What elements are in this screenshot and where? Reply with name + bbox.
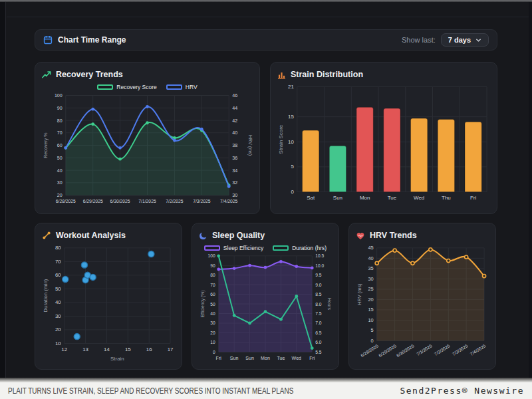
legend-item[interactable]: HRV (166, 84, 198, 90)
legend-swatch (273, 245, 289, 251)
legend-label: Recovery Score (116, 84, 156, 90)
bar-chart-icon (277, 70, 286, 79)
svg-text:30: 30 (55, 313, 61, 319)
caption-text: PLAIT TURNS LIVE STRAIN, SLEEP AND RECOV… (8, 386, 293, 396)
sleep-legend: Sleep EfficiencyDuration (hrs) (199, 243, 332, 253)
svg-text:40: 40 (368, 255, 373, 261)
svg-text:20: 20 (55, 327, 61, 332)
svg-text:Sun: Sun (230, 356, 239, 361)
recovery-legend: Recovery ScoreHRV (42, 82, 253, 92)
svg-text:Efficiency (%): Efficiency (%) (200, 291, 205, 318)
svg-text:7.5: 7.5 (315, 311, 322, 316)
svg-text:50: 50 (210, 302, 215, 307)
svg-text:7/2/2025: 7/2/2025 (434, 343, 451, 356)
svg-text:100: 100 (55, 93, 63, 98)
svg-text:20: 20 (57, 193, 63, 198)
svg-text:20: 20 (210, 331, 215, 335)
svg-text:13: 13 (82, 346, 88, 352)
svg-text:5: 5 (291, 164, 294, 170)
svg-text:8.5: 8.5 (315, 292, 322, 297)
workout-analysis-panel: Workout Analysis 10203040506070801213141… (35, 223, 182, 370)
recovery-trends-panel: Recovery Trends Recovery ScoreHRV 203040… (35, 62, 260, 214)
svg-text:6/30/2025: 6/30/2025 (110, 199, 130, 203)
svg-text:Mon: Mon (261, 356, 270, 361)
svg-text:9.0: 9.0 (315, 283, 322, 287)
legend-item[interactable]: Recovery Score (97, 84, 156, 90)
svg-text:0: 0 (213, 350, 215, 354)
svg-text:30: 30 (57, 180, 63, 186)
svg-text:Sun: Sun (333, 195, 342, 201)
svg-text:90: 90 (210, 263, 215, 268)
legend-swatch (97, 84, 113, 90)
svg-text:90: 90 (57, 106, 63, 111)
svg-text:10.0: 10.0 (315, 263, 324, 268)
svg-text:12: 12 (61, 346, 67, 352)
svg-text:80: 80 (55, 245, 61, 251)
legend-item[interactable]: Sleep Efficiency (204, 245, 263, 251)
svg-text:38: 38 (232, 143, 237, 148)
time-range-toolbar: Chart Time Range Show last: 7 days (35, 29, 497, 51)
svg-text:Tue: Tue (277, 356, 285, 361)
svg-text:6/28/2025: 6/28/2025 (56, 199, 76, 203)
svg-text:Fri: Fri (309, 356, 315, 361)
dashboard-window: Chart Time Range Show last: 7 days Recov… (0, 0, 532, 399)
svg-text:7/2/2025: 7/2/2025 (166, 199, 184, 203)
svg-text:Wed: Wed (292, 356, 302, 361)
svg-text:20: 20 (368, 297, 373, 303)
panel-title-hrv: HRV Trends (370, 231, 417, 240)
strain-distribution-panel: Strain Distribution 05101521SatSunMonTue… (270, 62, 497, 214)
svg-text:6/28/2025: 6/28/2025 (360, 343, 379, 358)
svg-text:Sun: Sun (245, 356, 254, 361)
time-range-select[interactable]: 7 days (441, 33, 489, 47)
svg-text:Fri: Fri (216, 356, 222, 361)
legend-label: Sleep Efficiency (223, 245, 263, 251)
svg-text:100: 100 (208, 253, 215, 258)
dumbbell-icon (42, 231, 51, 240)
svg-text:15: 15 (368, 307, 373, 313)
svg-text:60: 60 (55, 272, 61, 278)
svg-text:7/3/2025: 7/3/2025 (452, 343, 469, 356)
svg-text:80: 80 (57, 118, 63, 124)
svg-text:6/29/2025: 6/29/2025 (378, 343, 397, 358)
credit-text: Send2Press® Newswire (400, 386, 524, 396)
svg-text:16: 16 (146, 346, 152, 352)
svg-text:36: 36 (232, 156, 237, 161)
svg-text:Sat: Sat (307, 195, 315, 201)
legend-item[interactable]: Duration (hrs) (273, 245, 327, 251)
svg-text:60: 60 (210, 292, 215, 297)
time-range-value: 7 days (448, 36, 471, 44)
moon-icon (199, 231, 207, 240)
svg-text:30: 30 (368, 276, 373, 282)
svg-text:Duration (min): Duration (min) (43, 279, 49, 312)
svg-text:Recovery %: Recovery % (43, 132, 49, 158)
svg-text:10: 10 (210, 340, 215, 344)
svg-text:7/4/2025: 7/4/2025 (220, 199, 238, 203)
svg-text:17: 17 (168, 346, 174, 352)
svg-text:44: 44 (232, 106, 237, 111)
svg-text:Hours: Hours (327, 298, 332, 311)
svg-text:Wed: Wed (414, 195, 424, 201)
svg-text:40: 40 (57, 168, 63, 174)
svg-text:34: 34 (232, 168, 237, 174)
show-last-label: Show last: (402, 36, 436, 44)
toolbar-title: Chart Time Range (58, 35, 126, 45)
svg-text:7/4/2025: 7/4/2025 (469, 343, 487, 356)
svg-text:14: 14 (104, 346, 110, 352)
sleep-chart-canvas: 01020304050607080901005.56.06.57.07.58.0… (199, 253, 332, 363)
panel-title-sleep: Sleep Quality (212, 231, 265, 240)
svg-text:10: 10 (368, 317, 373, 323)
svg-text:15: 15 (288, 114, 294, 120)
hrv-trends-panel: HRV Trends 0510152025303540456/28/20256/… (348, 223, 496, 370)
chevron-down-icon (475, 37, 481, 43)
svg-text:9.5: 9.5 (315, 273, 322, 277)
panel-title-workout: Workout Analysis (56, 231, 126, 240)
heart-pulse-icon (356, 231, 365, 240)
svg-text:HRV (ms): HRV (ms) (356, 283, 362, 305)
caption-bar: PLAIT TURNS LIVE STRAIN, SLEEP AND RECOV… (0, 378, 532, 399)
svg-text:8.0: 8.0 (315, 302, 322, 307)
svg-text:7/1/2025: 7/1/2025 (138, 199, 156, 203)
trend-up-icon (42, 70, 51, 79)
caption-gradient (0, 378, 532, 382)
svg-text:50: 50 (57, 156, 63, 161)
svg-text:70: 70 (210, 283, 215, 287)
